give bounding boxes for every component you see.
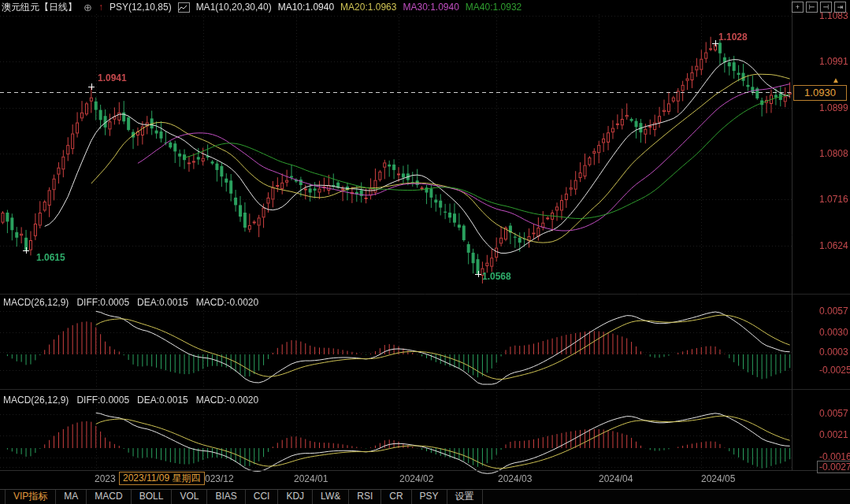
ma10-value: MA10:1.0940 <box>278 2 334 13</box>
macd1-axis-label: 0.0030 <box>819 327 848 338</box>
indicator-tab-cci[interactable]: CCI <box>246 490 279 504</box>
macd-dea-value: DEA:0.0015 <box>137 395 188 406</box>
crosshair-date-box: 2023/11/09 星期四 <box>119 472 205 485</box>
kline-style-icon[interactable] <box>178 2 190 13</box>
psy-indicator-label: PSY(12,10,85) <box>109 2 172 13</box>
macd2-axis-label: 0.0057 <box>819 408 848 419</box>
macd-hist-value: MACD:-0.0020 <box>196 395 258 406</box>
price-axis-label: 1.0899 <box>819 102 848 113</box>
ma30-value: MA30:1.0940 <box>403 2 458 13</box>
indicator-tab-ma[interactable]: MA <box>56 490 87 504</box>
chart-application-window: { "colors":{"up":"#cd4040","down":"#2aa0… <box>0 0 850 504</box>
macd-panel1-header: MACD(26,12,9) DIFF:0.0005 DEA:0.0015 MAC… <box>3 297 258 308</box>
price-annotation: 1.0568 <box>482 271 511 282</box>
indicator-tab-boll[interactable]: BOLL <box>132 490 173 504</box>
time-axis-label: 023/12 <box>205 473 234 484</box>
window-layout-buttons: +⊢⊣⇥ <box>792 2 846 13</box>
macd2-axis-label: 0.0021 <box>819 429 848 440</box>
circle-plus-icon[interactable]: ⊕ <box>84 2 92 13</box>
macd-hist-value: MACD:-0.0020 <box>196 297 258 308</box>
top-legend-bar: 澳元纽元【日线】 ⊕ ↑ PSY(12,10,85) MA1(10,20,30,… <box>2 1 522 13</box>
ma-settings-label: MA1(10,20,30,40) <box>196 2 272 13</box>
symbol-title: 澳元纽元【日线】 <box>2 1 77 14</box>
price-up-marker-icon: ▲ <box>832 76 840 84</box>
price-axis-label: 1.0716 <box>819 194 848 205</box>
macd-params-label: MACD(26,12,9) <box>3 395 69 406</box>
time-axis-label: 2024/01 <box>294 473 328 484</box>
time-axis-label: 2024/05 <box>701 473 735 484</box>
indicator-tab-macd[interactable]: MACD <box>87 490 131 504</box>
price-annotation: 1.1028 <box>718 32 748 43</box>
indicator-tab-lw&[interactable]: LW& <box>313 490 349 504</box>
crosshair-tool-icon[interactable]: + <box>792 2 804 13</box>
price-axis-label: 1.0624 <box>819 240 848 251</box>
macd1-axis-label: 0.0003 <box>819 346 848 358</box>
chart-canvas[interactable] <box>0 0 850 504</box>
indicator-tab-psy[interactable]: PSY <box>412 490 447 504</box>
macd1-axis-label: 0.0057 <box>819 306 848 317</box>
time-axis-label: 2023 <box>95 473 116 484</box>
pane-shift-icon[interactable]: ⇥ <box>834 2 846 13</box>
time-axis-label: 2024/03 <box>498 473 532 484</box>
indicator-tab-cr[interactable]: CR <box>381 490 411 504</box>
macd-params-label: MACD(26,12,9) <box>3 297 69 308</box>
indicator-tab-rsi[interactable]: RSI <box>349 490 381 504</box>
up-arrow-signal-icon: ↑ <box>98 2 103 13</box>
price-axis-label: 1.0808 <box>819 148 848 159</box>
macd1-axis-label: -0.0025 <box>819 365 850 376</box>
time-axis-label: 2024/04 <box>599 473 633 484</box>
time-axis-label: 2024/02 <box>399 473 433 484</box>
ma20-value: MA20:1.0963 <box>340 2 396 13</box>
ma40-value: MA40:1.0932 <box>466 2 522 13</box>
macd-diff-value: DIFF:0.0005 <box>76 395 129 406</box>
price-annotation: 1.0615 <box>36 252 65 263</box>
indicator-tab-设置[interactable]: 设置 <box>447 490 483 504</box>
macd-dea-value: DEA:0.0015 <box>137 297 188 308</box>
indicator-tab-kdj[interactable]: KDJ <box>278 490 313 504</box>
indicator-tab-bias[interactable]: BIAS <box>207 490 245 504</box>
indicator-tab-vip[interactable]: VIP指标 <box>5 490 56 504</box>
indicator-toolbar: VIP指标MAMACDBOLLVOLBIASCCIKDJLW&RSICRPSY设… <box>0 489 850 504</box>
price-axis-label: 1.0991 <box>819 56 848 67</box>
price-annotation: 1.0941 <box>98 72 127 83</box>
pane-layout-right-icon[interactable]: ⊣ <box>820 2 832 13</box>
current-price-box: 1.0930 <box>793 85 847 101</box>
macd2-axis-label: -0.0027 <box>817 461 850 473</box>
pane-layout-left-icon[interactable]: ⊢ <box>806 2 818 13</box>
macd-diff-value: DIFF:0.0005 <box>76 297 129 308</box>
macd-panel2-header: MACD(26,12,9) DIFF:0.0005 DEA:0.0015 MAC… <box>3 395 258 406</box>
indicator-tab-vol[interactable]: VOL <box>172 490 207 504</box>
